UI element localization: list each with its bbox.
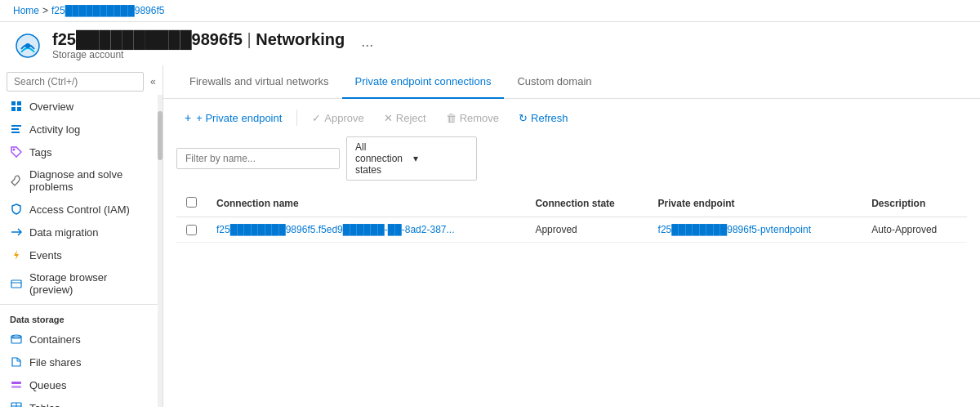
- page-header: f25██████████9896f5 | Networking Storage…: [0, 22, 980, 65]
- approve-button[interactable]: ✓ Approve: [304, 108, 372, 128]
- filter-name-input[interactable]: [176, 148, 340, 169]
- select-all-header: [176, 190, 207, 217]
- svg-point-10: [13, 149, 16, 151]
- migration-icon: [10, 226, 23, 239]
- sidebar-item-events[interactable]: Events: [0, 243, 163, 266]
- sidebar-search-wrap: «: [0, 65, 163, 95]
- bolt-icon: [10, 248, 23, 261]
- tabs-bar: Firewalls and virtual networks Private e…: [163, 65, 980, 99]
- remove-button[interactable]: 🗑 Remove: [438, 108, 507, 128]
- sidebar-item-tables[interactable]: Tables: [0, 396, 163, 407]
- add-icon: +: [185, 111, 191, 124]
- col-description: Description: [862, 190, 967, 217]
- breadcrumb-resource[interactable]: f25██████████9896f5: [51, 5, 164, 16]
- shield-icon: [10, 203, 23, 216]
- more-options-button[interactable]: ···: [361, 37, 373, 54]
- connection-state-filter[interactable]: All connection states ▾: [346, 136, 477, 181]
- svg-rect-4: [17, 101, 21, 105]
- sidebar-item-queues[interactable]: Queues: [0, 373, 163, 396]
- x-icon: ✕: [384, 112, 393, 124]
- list-icon: [10, 123, 23, 136]
- svg-rect-5: [11, 107, 16, 111]
- svg-rect-16: [11, 386, 21, 388]
- sidebar: « Overview Activity log Tags: [0, 65, 163, 407]
- sidebar-item-fileshares-label: File shares: [29, 356, 82, 369]
- sidebar-item-containers[interactable]: Containers: [0, 328, 163, 351]
- connections-table: Connection name Connection state Private…: [176, 190, 967, 243]
- private-endpoint-cell: f25████████9896f5-pvtendpoint: [648, 217, 862, 243]
- svg-rect-3: [11, 101, 16, 105]
- toolbar: + + Private endpoint ✓ Approve ✕ Reject …: [163, 99, 980, 136]
- sidebar-item-tags[interactable]: Tags: [0, 141, 163, 163]
- table-row: f25████████9896f5.f5ed9██████-██-8ad2-38…: [176, 217, 967, 243]
- tab-firewalls[interactable]: Firewalls and virtual networks: [176, 65, 342, 99]
- sidebar-item-tags-label: Tags: [29, 146, 51, 159]
- section-data-storage: Data storage: [0, 304, 163, 328]
- sidebar-item-access-control[interactable]: Access Control (IAM): [0, 198, 163, 221]
- refresh-icon: ↻: [519, 112, 528, 124]
- sidebar-item-events-label: Events: [29, 249, 62, 261]
- resource-type: Storage account: [52, 49, 345, 60]
- breadcrumb-home[interactable]: Home: [13, 5, 39, 16]
- tables-icon: [10, 401, 23, 407]
- tag-icon: [10, 145, 23, 159]
- toolbar-sep1: [296, 109, 297, 126]
- sidebar-item-diagnose[interactable]: Diagnose and solve problems: [0, 163, 163, 198]
- connection-state-cell: Approved: [525, 217, 648, 243]
- sidebar-item-overview-label: Overview: [29, 101, 74, 113]
- scrollbar-thumb[interactable]: [158, 111, 163, 160]
- search-input[interactable]: [7, 72, 144, 92]
- sidebar-nav: Overview Activity log Tags Diagnose and …: [0, 95, 163, 407]
- chevron-down-icon: ▾: [413, 153, 468, 164]
- sidebar-item-browser-label: Storage browser (preview): [29, 271, 153, 296]
- description-cell: Auto-Approved: [862, 217, 967, 243]
- sidebar-item-tables-label: Tables: [29, 402, 60, 408]
- svg-rect-15: [11, 382, 21, 384]
- filter-row: All connection states ▾: [163, 136, 980, 190]
- private-endpoint-link[interactable]: f25████████9896f5-pvtendpoint: [658, 224, 811, 235]
- browser-icon: [10, 277, 23, 290]
- sidebar-item-activity-log[interactable]: Activity log: [0, 118, 163, 141]
- connection-name-cell: f25████████9896f5.f5ed9██████-██-8ad2-38…: [207, 217, 525, 243]
- svg-rect-9: [11, 132, 20, 133]
- queues-icon: [10, 378, 23, 391]
- tab-custom-domain[interactable]: Custom domain: [504, 65, 604, 99]
- tab-private-endpoint[interactable]: Private endpoint connections: [342, 65, 505, 99]
- sidebar-item-activity-label: Activity log: [29, 123, 80, 136]
- add-private-endpoint-button[interactable]: + + Private endpoint: [176, 107, 290, 128]
- col-connection-name: Connection name: [207, 190, 525, 217]
- row-checkbox[interactable]: [186, 225, 197, 235]
- svg-rect-7: [11, 125, 21, 127]
- svg-point-2: [25, 43, 30, 48]
- breadcrumb-sep1: >: [42, 5, 48, 16]
- svg-rect-11: [11, 280, 21, 288]
- row-checkbox-cell: [176, 217, 207, 243]
- sidebar-item-migration-label: Data migration: [29, 226, 99, 239]
- grid-icon: [10, 100, 23, 113]
- check-icon: ✓: [312, 112, 321, 124]
- sidebar-item-data-migration[interactable]: Data migration: [0, 221, 163, 243]
- fileshares-icon: [10, 355, 23, 369]
- table-container: Connection name Connection state Private…: [163, 190, 980, 243]
- content-area: Firewalls and virtual networks Private e…: [163, 65, 980, 407]
- svg-rect-8: [11, 128, 19, 130]
- select-all-checkbox[interactable]: [186, 197, 197, 208]
- col-connection-state: Connection state: [525, 190, 648, 217]
- connection-name-link[interactable]: f25████████9896f5.f5ed9██████-██-8ad2-38…: [216, 224, 455, 235]
- sidebar-item-overview[interactable]: Overview: [0, 95, 163, 118]
- sidebar-item-storage-browser[interactable]: Storage browser (preview): [0, 266, 163, 301]
- svg-rect-6: [17, 107, 21, 111]
- page-title: f25██████████9896f5 | Networking: [52, 30, 345, 49]
- trash-icon: 🗑: [446, 112, 457, 124]
- breadcrumb: Home > f25██████████9896f5: [0, 0, 980, 22]
- sidebar-scrollbar: [158, 95, 163, 407]
- col-private-endpoint: Private endpoint: [648, 190, 862, 217]
- reject-button[interactable]: ✕ Reject: [376, 108, 434, 128]
- resource-icon: [13, 31, 42, 60]
- refresh-button[interactable]: ↻ Refresh: [510, 108, 577, 128]
- collapse-button[interactable]: «: [147, 74, 159, 89]
- sidebar-item-file-shares[interactable]: File shares: [0, 351, 163, 373]
- containers-icon: [10, 333, 23, 346]
- sidebar-item-containers-label: Containers: [29, 333, 81, 346]
- wrench-icon: [10, 174, 23, 187]
